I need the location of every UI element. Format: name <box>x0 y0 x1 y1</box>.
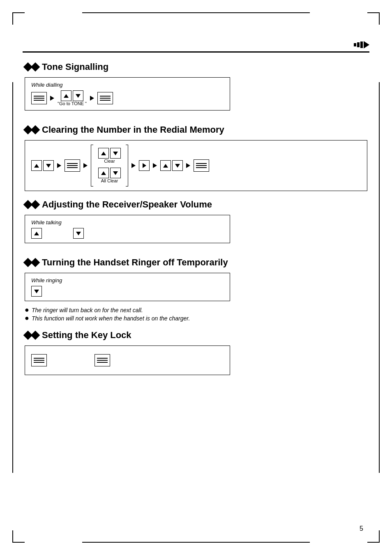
up-btn-2 <box>31 160 42 171</box>
volume-step-label: While talking <box>31 219 224 226</box>
menu-icon-4 <box>194 159 209 172</box>
updown-pair-2 <box>31 160 54 171</box>
down-btn-3 <box>110 148 121 159</box>
tri-up-4 <box>101 171 106 175</box>
down-btn-vol <box>73 228 84 239</box>
down-btn-5 <box>172 160 183 171</box>
updown-pair-4 <box>98 168 121 178</box>
inner-options: Clear All Clear <box>93 145 126 187</box>
updown-pair-3 <box>98 148 121 159</box>
down-btn-ringer <box>31 286 42 297</box>
corner-mark-tr <box>367 12 380 25</box>
updown-pair-5 <box>160 160 183 171</box>
top-border-line <box>82 12 310 13</box>
bar3-icon <box>360 41 363 48</box>
section-title-clearing: Clearing the Number in the Redial Memory <box>42 124 224 135</box>
tri-right-1 <box>143 163 146 168</box>
all-clear-label: All Clear <box>101 178 118 183</box>
diamond-bullets-4 <box>25 259 39 266</box>
right-border-line <box>379 82 380 473</box>
tri-up-2 <box>34 164 39 168</box>
page-arrow-icon <box>364 41 369 48</box>
menu-icon-1 <box>31 92 47 104</box>
tri-down-4 <box>113 171 118 175</box>
arrow-3 <box>57 163 61 168</box>
updown-pair-1 <box>61 90 83 101</box>
diamond-3b <box>31 200 40 210</box>
right-btn <box>139 160 150 171</box>
arrow-1 <box>50 96 54 101</box>
tri-down-1 <box>76 94 81 98</box>
arrow-6 <box>153 163 157 168</box>
diamond-bullets-3 <box>25 201 39 208</box>
tri-down-2 <box>46 164 51 168</box>
section-title-volume: Adjusting the Receiver/Speaker Volume <box>42 199 212 210</box>
tri-up-3 <box>101 152 106 155</box>
section-keylock: Setting the Key Lock <box>25 330 367 341</box>
diamond-4b <box>31 258 40 267</box>
main-rule <box>23 51 369 53</box>
arrow-2 <box>90 96 94 101</box>
diamond-bullets-2 <box>25 127 39 133</box>
diamond-2b <box>31 125 40 135</box>
ringer-note-2-text: This function will not work when the han… <box>32 315 190 322</box>
ringer-step-box: While ringing <box>25 273 230 301</box>
ringer-step-label: While ringing <box>31 277 224 283</box>
clear-col: Clear <box>98 148 121 164</box>
bullet-dot-2: ● <box>25 314 29 322</box>
corner-mark-tl <box>12 12 25 25</box>
menu-icon-kl1 <box>31 354 47 366</box>
menu-icon-kl2 <box>95 354 110 366</box>
bottom-border-line <box>82 542 310 543</box>
bullet-dot-1: ● <box>25 306 29 313</box>
page-indicator <box>354 41 369 48</box>
down-btn-4 <box>110 168 121 178</box>
tone-step-label: While dialling <box>31 82 224 88</box>
keylock-step-row <box>31 354 224 366</box>
diamond-bullets-1 <box>25 64 39 70</box>
all-clear-col: All Clear <box>98 168 121 183</box>
ringer-note-2: ● This function will not work when the h… <box>25 315 367 322</box>
page-number: 5 <box>360 525 363 532</box>
tri-down-3 <box>113 152 118 155</box>
bar1-icon <box>354 43 356 46</box>
left-border-line <box>12 82 13 473</box>
tri-up-vol <box>34 232 39 235</box>
section-volume: Adjusting the Receiver/Speaker Volume <box>25 199 367 210</box>
updown-col-1: "Go to TONE " <box>58 90 87 106</box>
menu-icon-3 <box>65 159 80 172</box>
keylock-step-box <box>25 345 230 375</box>
up-btn-4 <box>98 168 109 178</box>
clear-label: Clear <box>104 159 115 164</box>
goto-label: "Go to TONE " <box>58 101 87 106</box>
section-title-tone: Tone Signalling <box>42 62 108 72</box>
volume-step-box: While talking <box>25 215 230 243</box>
section-clearing: Clearing the Number in the Redial Memory <box>25 124 367 135</box>
diamond-bullets-5 <box>25 332 39 339</box>
up-btn-1 <box>61 90 71 101</box>
corner-mark-br <box>367 530 380 543</box>
section-title-keylock: Setting the Key Lock <box>42 330 131 341</box>
up-btn-3 <box>98 148 109 159</box>
section-title-ringer: Turning the Handset Ringer off Temporari… <box>42 257 228 268</box>
section-tone-signalling: Tone Signalling <box>25 62 367 72</box>
volume-step-row <box>31 228 224 239</box>
bar2-icon <box>357 42 360 47</box>
down-btn-2 <box>43 160 54 171</box>
arrow-5 <box>131 163 136 168</box>
up-btn-vol <box>31 228 42 239</box>
ringer-note-1: ● The ringer will turn back on for the n… <box>25 307 367 313</box>
inner-bracket-wrapper: Clear All Clear <box>91 145 128 187</box>
ringer-step-row <box>31 286 224 297</box>
tone-step-box: While dialling "Go to T <box>25 77 230 111</box>
ringer-note-1-text: The ringer will turn back on for the nex… <box>32 307 143 313</box>
corner-mark-bl <box>12 530 25 543</box>
clearing-step-box: Clear All Clear <box>25 140 367 191</box>
down-btn-1 <box>73 90 83 101</box>
tri-down-5 <box>175 164 180 168</box>
menu-icon-2 <box>97 92 113 104</box>
bracket-right <box>126 145 128 187</box>
arrow-7 <box>186 163 190 168</box>
tri-up-5 <box>163 164 168 168</box>
up-btn-5 <box>160 160 171 171</box>
